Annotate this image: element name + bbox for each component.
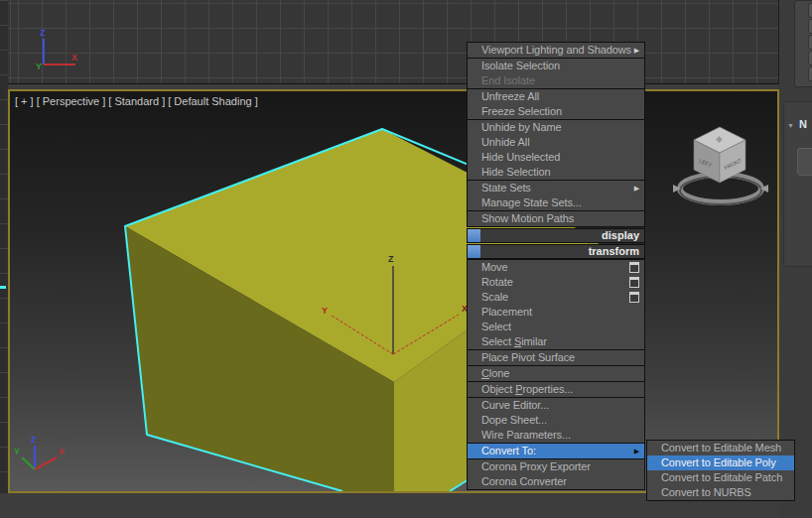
menu-item-hide-unselected[interactable]: Hide Unselected bbox=[468, 150, 644, 165]
menu-item-label: Freeze Selection bbox=[481, 104, 639, 119]
transform-quad-header[interactable]: transform bbox=[467, 244, 645, 259]
menu-group: Viewport Lighting and Shadows▶ bbox=[468, 43, 644, 59]
viewport-label-segment[interactable]: [ Standard ] bbox=[108, 95, 165, 107]
menu-group: Curve Editor...Dope Sheet...Wire Paramet… bbox=[468, 398, 644, 444]
pivot-y-label: Y bbox=[322, 306, 328, 316]
menu-item-convert-to[interactable]: Convert To:▶ bbox=[468, 444, 644, 458]
world-axis-tripod: Z Y X bbox=[14, 435, 65, 469]
menu-item-label: State Sets bbox=[481, 181, 631, 195]
menu-item-unhide-all[interactable]: Unhide All bbox=[468, 135, 644, 150]
world-x-label: X bbox=[59, 447, 65, 456]
display-quad-title: display bbox=[480, 229, 644, 242]
panel-button[interactable] bbox=[808, 66, 812, 81]
menu-group: State Sets▶Manage State Sets... bbox=[468, 181, 644, 211]
menu-item-curve-editor[interactable]: Curve Editor... bbox=[468, 398, 644, 413]
viewport-label-segment[interactable]: [ Perspective ] bbox=[37, 95, 106, 107]
menu-group: Convert To:▶ bbox=[468, 444, 644, 459]
panel-button[interactable] bbox=[808, 51, 812, 65]
menu-item-select-similar[interactable]: Select Similar bbox=[468, 334, 644, 349]
display-quad-items: Viewport Lighting and Shadows▶Isolate Se… bbox=[467, 42, 645, 227]
left-viewport-sliver bbox=[0, 0, 8, 493]
settings-box-icon[interactable] bbox=[629, 292, 639, 303]
axis-x-label: X bbox=[71, 53, 77, 63]
menu-item-label: Place Pivot Surface bbox=[481, 350, 639, 365]
convert-to-submenu: Convert to Editable MeshConvert to Edita… bbox=[646, 440, 795, 501]
menu-item-label: Corona Converter bbox=[481, 474, 639, 489]
menu-item-label: Hide Unselected bbox=[481, 150, 639, 165]
quad-handle-icon bbox=[468, 245, 480, 258]
menu-item-unfreeze-all[interactable]: Unfreeze All bbox=[468, 89, 644, 104]
menu-item-convert-to-editable-poly[interactable]: Convert to Editable Poly bbox=[647, 455, 794, 470]
3ds-max-window: Z X Y Z Y X bbox=[0, 0, 812, 518]
menu-item-label: Corona Proxy Exporter bbox=[481, 459, 639, 474]
quad-handle-icon bbox=[468, 229, 480, 242]
menu-group: Clone bbox=[468, 366, 644, 382]
world-z-label: Z bbox=[31, 435, 37, 445]
menu-item-label: Convert to NURBS bbox=[661, 485, 789, 500]
menu-item-label: Curve Editor... bbox=[481, 398, 639, 413]
menu-item-scale[interactable]: Scale bbox=[468, 290, 644, 305]
left-viewport-object-fragment bbox=[0, 286, 6, 289]
menu-item-manage-state-sets[interactable]: Manage State Sets... bbox=[468, 195, 644, 210]
menu-item-label: Scale bbox=[481, 290, 625, 305]
quad-menu: Viewport Lighting and Shadows▶Isolate Se… bbox=[467, 42, 645, 490]
menu-item-label: Hide Selection bbox=[481, 165, 639, 180]
top-viewport[interactable]: Z X Y bbox=[8, 0, 779, 84]
menu-item-hide-selection[interactable]: Hide Selection bbox=[468, 165, 644, 180]
axis-z-label: Z bbox=[40, 28, 46, 38]
menu-item-select[interactable]: Select bbox=[468, 320, 644, 334]
transform-quad-items: MoveRotateScalePlacementSelectSelect Sim… bbox=[467, 259, 645, 490]
menu-item-label: Manage State Sets... bbox=[481, 195, 639, 210]
menu-item-convert-to-nurbs[interactable]: Convert to NURBS bbox=[647, 485, 794, 500]
menu-item-convert-to-editable-mesh[interactable]: Convert to Editable Mesh bbox=[647, 441, 794, 455]
menu-item-isolate-selection[interactable]: Isolate Selection bbox=[468, 59, 644, 73]
menu-item-place-pivot-surface[interactable]: Place Pivot Surface bbox=[468, 350, 644, 365]
rollout-header[interactable]: ▼N bbox=[787, 118, 807, 130]
viewport-label-segment[interactable]: [ Default Shading ] bbox=[168, 95, 258, 107]
menu-group: Unfreeze AllFreeze Selection bbox=[468, 89, 644, 120]
viewport-scene: Z Y X Z Y X bbox=[10, 91, 777, 491]
menu-group: Place Pivot Surface bbox=[468, 350, 644, 366]
world-y-label: Y bbox=[14, 447, 20, 456]
chevron-down-icon: ▼ bbox=[787, 122, 794, 129]
menu-item-corona-proxy-exporter[interactable]: Corona Proxy Exporter bbox=[468, 459, 644, 474]
transform-quad-title: transform bbox=[480, 245, 644, 258]
menu-item-clone[interactable]: Clone bbox=[468, 366, 644, 381]
menu-item-move[interactable]: Move bbox=[468, 260, 644, 275]
menu-item-freeze-selection[interactable]: Freeze Selection bbox=[468, 104, 644, 119]
menu-item-object-properties[interactable]: Object Properties... bbox=[468, 382, 644, 397]
axis-y-label: Y bbox=[36, 62, 42, 71]
menu-group: Unhide by NameUnhide AllHide UnselectedH… bbox=[468, 120, 644, 181]
rollout-header-label: N bbox=[799, 118, 807, 130]
viewport-label-segment[interactable]: [ + ] bbox=[15, 95, 34, 107]
menu-group: Corona Proxy ExporterCorona Converter bbox=[468, 459, 644, 489]
menu-item-placement[interactable]: Placement bbox=[468, 305, 644, 320]
menu-item-state-sets[interactable]: State Sets▶ bbox=[468, 181, 644, 195]
display-quad-header[interactable]: display bbox=[467, 228, 645, 243]
menu-item-convert-to-editable-patch[interactable]: Convert to Editable Patch bbox=[647, 470, 794, 485]
menu-item-show-motion-paths[interactable]: Show Motion Paths bbox=[468, 211, 644, 226]
menu-item-corona-converter[interactable]: Corona Converter bbox=[468, 474, 644, 489]
menu-item-unhide-by-name[interactable]: Unhide by Name bbox=[468, 120, 644, 135]
perspective-viewport[interactable]: Z Y X Z Y X bbox=[8, 89, 779, 493]
menu-item-label: Isolate Selection bbox=[481, 59, 639, 73]
settings-box-icon[interactable] bbox=[629, 262, 639, 273]
rollout-panel: ▼N bbox=[783, 101, 812, 267]
panel-button[interactable] bbox=[808, 3, 812, 18]
settings-box-icon[interactable] bbox=[629, 277, 639, 288]
menu-item-dope-sheet[interactable]: Dope Sheet... bbox=[468, 413, 644, 428]
menu-item-label: Rotate bbox=[481, 275, 625, 290]
menu-item-wire-parameters[interactable]: Wire Parameters... bbox=[468, 428, 644, 443]
viewport-label: [ + ][ Perspective ][ Standard ][ Defaul… bbox=[15, 95, 261, 107]
panel-button[interactable] bbox=[808, 35, 812, 50]
menu-item-end-isolate: End Isolate bbox=[468, 73, 644, 88]
menu-item-label: Wire Parameters... bbox=[481, 428, 639, 443]
submenu-arrow-icon: ▶ bbox=[634, 181, 639, 195]
viewcube[interactable]: LEFT FRONT bbox=[673, 127, 768, 204]
pivot-z-label: Z bbox=[388, 254, 394, 264]
menu-item-rotate[interactable]: Rotate bbox=[468, 275, 644, 290]
rollout-button[interactable] bbox=[797, 148, 812, 176]
menu-item-viewport-lighting-and-shadows[interactable]: Viewport Lighting and Shadows▶ bbox=[468, 43, 644, 58]
panel-button[interactable] bbox=[808, 19, 812, 34]
menu-item-label: Viewport Lighting and Shadows bbox=[481, 43, 631, 58]
